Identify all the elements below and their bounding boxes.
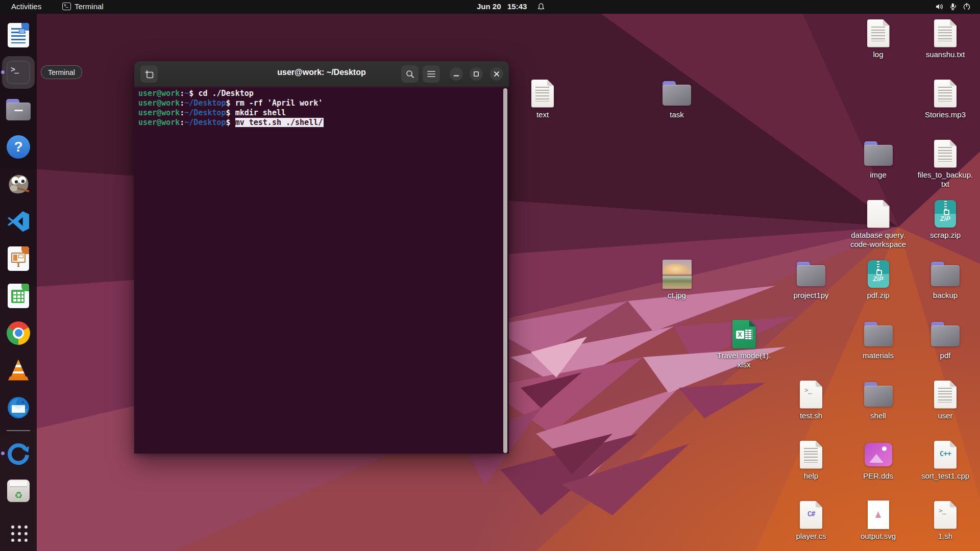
desktop-icon-label: player.cs xyxy=(796,532,826,541)
desktop-icon-label: help xyxy=(804,471,818,481)
desktop-icon-sort-test1-cpp[interactable]: C++sort_test1.cpp xyxy=(912,440,979,481)
terminal-body[interactable]: user@work:~$ cd ./Desktopuser@work:~/Des… xyxy=(134,87,509,454)
desktop-icon-label: ct.jpg xyxy=(668,291,686,300)
system-status-area[interactable] xyxy=(935,3,971,11)
doc-plain-icon xyxy=(867,199,890,228)
desktop-icon-label: imge xyxy=(870,170,887,180)
notification-bell-icon[interactable] xyxy=(537,3,545,13)
dock-item-libreoffice-impress[interactable] xyxy=(0,240,37,277)
dock-item-help[interactable]: ? xyxy=(0,128,37,165)
clock-date[interactable]: Jun 20 xyxy=(477,2,501,11)
dock-tooltip: Terminal xyxy=(41,65,82,79)
doc-icon xyxy=(800,440,822,469)
terminal-app-icon: >_ xyxy=(62,3,71,10)
desktop-icon-materials[interactable]: materials xyxy=(845,320,912,360)
desktop-icon-label: files_to_backup. txt xyxy=(918,170,973,189)
code-icon: C++ xyxy=(934,440,957,469)
menu-button[interactable] xyxy=(423,65,440,83)
doc-icon xyxy=(934,79,957,108)
desktop-icon-label: log xyxy=(873,50,883,59)
doc-icon xyxy=(867,19,890,47)
dock-item-chrome[interactable] xyxy=(0,314,37,352)
dock-item-software-updater[interactable] xyxy=(0,435,37,472)
folder-icon xyxy=(663,79,691,108)
desktop-icon-ct-jpg[interactable]: ct.jpg xyxy=(643,260,710,300)
dock-item-vlc[interactable] xyxy=(0,352,37,389)
dock-item-terminal[interactable]: >_ xyxy=(0,54,37,91)
folder-icon xyxy=(931,260,960,288)
desktop-icon-label: pdf.zip xyxy=(867,291,889,300)
desktop-icon-output-svg[interactable]: output.svg xyxy=(845,500,912,541)
desktop-icon-label: user xyxy=(938,411,952,420)
dock-item-libreoffice-writer[interactable] xyxy=(0,16,37,54)
dock-separator xyxy=(0,426,37,435)
desktop-icon-help[interactable]: help xyxy=(777,440,845,481)
terminal-header-bar[interactable]: user@work: ~/Desktop xyxy=(134,61,509,87)
desktop-icon-travel-mode-1-xlsx[interactable]: XTravel mode(1). xlsx xyxy=(710,320,778,369)
desktop-icon-user[interactable]: user xyxy=(912,380,979,420)
dock-item-gimp[interactable] xyxy=(0,165,37,203)
dock-item-trash[interactable] xyxy=(0,472,37,509)
desktop-icon-label: 1.sh xyxy=(938,532,952,541)
power-icon xyxy=(963,3,971,11)
desktop-icon-label: backup xyxy=(933,291,958,300)
desktop-icon-stories-mp3[interactable]: Stories.mp3 xyxy=(912,79,979,119)
minimize-button[interactable] xyxy=(450,67,463,81)
doc-icon xyxy=(934,380,957,409)
doc-icon xyxy=(934,19,957,47)
desktop-icon-imge[interactable]: imge xyxy=(845,139,912,180)
photo-icon xyxy=(663,260,692,288)
desktop-icon-label: Stories.mp3 xyxy=(925,110,966,119)
dock-item-thunderbird[interactable] xyxy=(0,389,37,426)
desktop-icon-pdf-zip[interactable]: ZiPpdf.zip xyxy=(845,260,912,300)
doc-icon xyxy=(934,139,957,168)
desktop-icon-label: pdf xyxy=(940,351,951,360)
terminal-line: user@work:~/Desktop$ rm -rf 'April work' xyxy=(138,98,509,108)
desktop-icon-scrap-zip[interactable]: ZiPscrap.zip xyxy=(912,199,979,240)
activities-button[interactable]: Activities xyxy=(11,2,41,11)
desktop-icon-label: sort_test1.cpp xyxy=(921,471,969,481)
folder-icon xyxy=(864,139,893,168)
dock-item-files[interactable] xyxy=(0,91,37,128)
maximize-button[interactable] xyxy=(470,67,483,81)
terminal-scrollbar[interactable] xyxy=(503,88,507,453)
folder-icon xyxy=(931,320,960,348)
focused-app-menu[interactable]: Terminal xyxy=(75,2,104,11)
desktop-icon-backup[interactable]: backup xyxy=(912,260,979,300)
terminal-line: user@work:~/Desktop$ mkdir shell xyxy=(138,108,509,118)
close-button[interactable] xyxy=(490,67,503,81)
desktop-root: Activities >_ Terminal Jun 20 15:43 >_? … xyxy=(0,0,980,551)
desktop-icon-per-dds[interactable]: PER.dds xyxy=(845,440,912,481)
dock-item-show-apps[interactable] xyxy=(0,514,37,551)
desktop-icon-test-sh[interactable]: >_test.sh xyxy=(777,380,845,420)
script-icon: >_ xyxy=(934,500,957,529)
desktop-icon-suanshu-txt[interactable]: suanshu.txt xyxy=(912,19,979,59)
desktop-icon-project1py[interactable]: project1py xyxy=(777,260,845,300)
folder-icon xyxy=(797,260,825,288)
clock-time[interactable]: 15:43 xyxy=(507,2,527,11)
desktop-icon-label: output.svg xyxy=(861,532,896,541)
microphone-icon xyxy=(949,3,957,11)
desktop-icon-1-sh[interactable]: >_1.sh xyxy=(912,500,979,541)
folder-icon xyxy=(864,380,893,409)
xlsx-icon: X xyxy=(732,320,756,348)
desktop-icon-task[interactable]: task xyxy=(643,79,710,119)
dock-item-libreoffice-calc[interactable] xyxy=(0,277,37,314)
desktop-icon-label: materials xyxy=(863,351,894,360)
desktop-icon-files-to-backup-txt[interactable]: files_to_backup. txt xyxy=(912,139,979,189)
dock: >_? xyxy=(0,14,37,551)
zip-icon: ZiP xyxy=(868,260,889,288)
desktop-icon-log[interactable]: log xyxy=(845,19,912,59)
desktop-icon-label: scrap.zip xyxy=(930,231,961,240)
search-button[interactable] xyxy=(401,65,419,83)
terminal-line: user@work:~$ cd ./Desktop xyxy=(138,89,509,98)
desktop-icon-pdf[interactable]: pdf xyxy=(912,320,979,360)
dock-item-vscode[interactable] xyxy=(0,203,37,240)
desktop-icon-shell[interactable]: shell xyxy=(845,380,912,420)
desktop-icon-text[interactable]: text xyxy=(509,79,576,119)
desktop-icon-database-query-code-workspace[interactable]: database query. code-workspace xyxy=(845,199,912,249)
script-icon: >_ xyxy=(800,380,822,409)
desktop-icon-label: shell xyxy=(870,411,886,420)
desktop-icon-label: PER.dds xyxy=(863,471,893,481)
desktop-icon-player-cs[interactable]: C#player.cs xyxy=(777,500,845,541)
